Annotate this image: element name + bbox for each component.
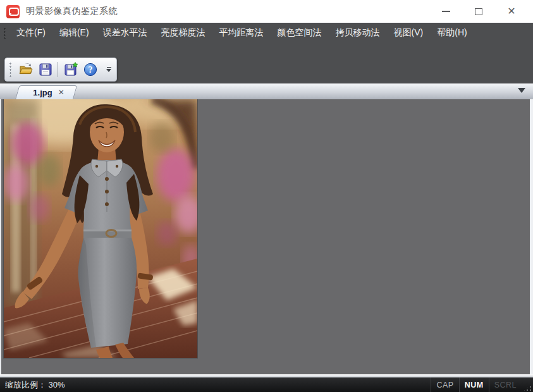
maximize-icon (475, 8, 482, 15)
main-toolbar: ? (4, 58, 117, 82)
menu-file[interactable]: 文件(F) (9, 23, 52, 42)
minimize-button[interactable] (429, 0, 462, 23)
zoom-ratio-label: 缩放比例： 30% (5, 379, 65, 391)
help-button[interactable]: ? (80, 60, 100, 80)
help-question-glyph: ? (88, 65, 92, 75)
help-icon: ? (83, 62, 98, 77)
menu-copy-move[interactable]: 拷贝移动法 (329, 23, 387, 42)
tab-label: 1.jpg (33, 88, 52, 97)
toolbar-dock-area: ? (0, 43, 533, 83)
document-tab-bar: 1.jpg ✕ (0, 83, 533, 99)
num-lock-indicator: NUM (459, 377, 489, 392)
close-button[interactable]: ✕ (495, 0, 528, 23)
menu-edit[interactable]: 编辑(E) (52, 23, 96, 42)
app-window: 明景影像真伪鉴定系统 ✕ 文件(F) 编辑(E) 误差水平法 亮度梯度法 平均距… (0, 0, 533, 392)
tab-1jpg[interactable]: 1.jpg ✕ (15, 85, 73, 99)
toolbar-grip-handle[interactable] (9, 62, 12, 77)
close-icon: ✕ (507, 6, 515, 16)
menu-error-level-analysis[interactable]: 误差水平法 (96, 23, 154, 42)
window-title: 明景影像真伪鉴定系统 (26, 6, 118, 17)
menu-color-space[interactable]: 颜色空间法 (271, 23, 329, 42)
toolbar-separator (58, 62, 58, 77)
save-as-icon (63, 62, 78, 77)
toolbar-overflow-button[interactable] (104, 66, 113, 74)
app-logo-icon (6, 5, 20, 18)
title-bar: 明景影像真伪鉴定系统 ✕ (0, 0, 533, 23)
menubar-grip-handle[interactable] (3, 27, 6, 39)
save-as-button[interactable] (61, 60, 80, 80)
image-viewer-canvas[interactable] (0, 99, 533, 374)
caps-lock-indicator: CAP (431, 377, 458, 392)
tab-list-dropdown-icon[interactable] (518, 88, 525, 93)
open-file-button[interactable] (16, 60, 35, 80)
photo-illustration (4, 99, 197, 358)
window-resize-grip[interactable] (523, 383, 533, 392)
overflow-caret-icon (106, 69, 111, 72)
save-icon (38, 62, 53, 77)
window-controls: ✕ (429, 0, 533, 23)
menu-bar: 文件(F) 编辑(E) 误差水平法 亮度梯度法 平均距离法 颜色空间法 拷贝移动… (0, 23, 533, 43)
open-folder-icon (18, 62, 34, 77)
save-button[interactable] (35, 60, 55, 80)
menu-view[interactable]: 视图(V) (387, 23, 431, 42)
tab-close-icon[interactable]: ✕ (58, 89, 64, 96)
menu-average-distance[interactable]: 平均距离法 (212, 23, 271, 42)
overflow-bar-icon (107, 67, 111, 68)
photo-document[interactable] (4, 99, 197, 358)
menu-luminance-gradient[interactable]: 亮度梯度法 (154, 23, 212, 42)
keyboard-indicators: CAP NUM SCRL (431, 377, 533, 392)
status-bar: 缩放比例： 30% CAP NUM SCRL (0, 377, 533, 392)
scroll-lock-indicator: SCRL (489, 377, 522, 392)
maximize-button[interactable] (462, 0, 495, 23)
menu-help[interactable]: 帮助(H) (430, 23, 474, 42)
minimize-icon (442, 11, 450, 12)
